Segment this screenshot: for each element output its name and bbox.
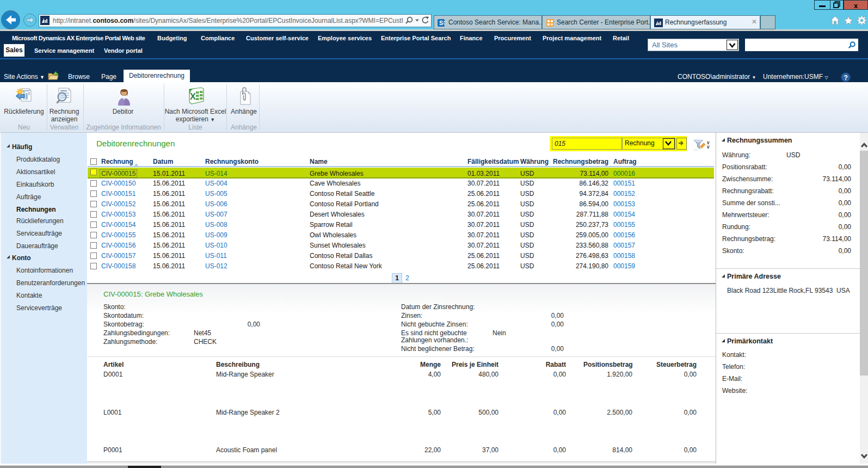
svg-text:?: ? [844,74,848,82]
svg-text:X: X [190,92,196,101]
svg-text:...: ... [694,146,697,151]
svg-text:S: S [439,20,443,26]
